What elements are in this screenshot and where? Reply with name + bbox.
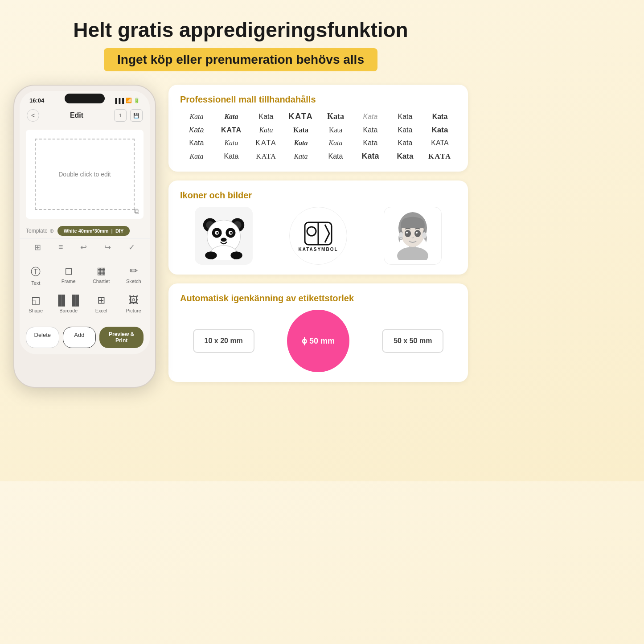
phone-notch	[65, 94, 105, 103]
wifi-icon: 📶	[126, 98, 132, 103]
undo-icon[interactable]: ↩	[80, 242, 87, 252]
font-sample-12: Kata	[284, 125, 317, 135]
font-sample-7: Kata	[389, 112, 422, 122]
kata-symbol-card: KATASYMBOL	[289, 207, 347, 265]
svg-point-26	[422, 232, 427, 238]
phone-status-bar: 16:04 ▐▐▐ 📶 🔋	[20, 91, 150, 106]
svg-point-11	[221, 238, 226, 242]
kata-symbol-svg	[303, 220, 334, 247]
font-sample-31: Kata	[389, 151, 422, 162]
size-label-50x50: 50 x 50 mm	[394, 337, 432, 345]
check-icon[interactable]: ✓	[128, 242, 135, 252]
header: Helt gratis appredigeringsfunktion Inget…	[73, 18, 408, 71]
phone-mockup: 16:04 ▐▐▐ 📶 🔋 < Edit 1 💾	[13, 85, 156, 388]
font-sample-19: KATA	[250, 138, 283, 148]
templates-title: Professionell mall tillhandahålls	[180, 94, 456, 105]
font-sample-21: Kata	[319, 138, 352, 148]
svg-point-9	[217, 232, 218, 234]
svg-point-24	[416, 232, 418, 234]
font-sample-25: Kata	[180, 152, 213, 161]
chartlet-tool-icon: ▦	[97, 265, 106, 277]
font-sample-20: Kata	[284, 138, 317, 148]
tools-grid: Ⓣ Text ◻ Frame ▦ Chartlet ✏ Sketch	[20, 256, 150, 322]
tool-frame[interactable]: ◻ Frame	[52, 261, 85, 290]
signal-icon: ▐▐▐	[114, 98, 124, 103]
font-sample-3: Kata	[250, 112, 283, 122]
size-label-50mm: ϕ 50 mm	[302, 336, 335, 346]
add-button[interactable]: Add	[63, 327, 96, 348]
grid-icon[interactable]: ⊞	[34, 242, 41, 252]
font-sample-27: KATA	[250, 152, 283, 161]
panda-svg	[199, 211, 248, 260]
svg-point-13	[205, 251, 217, 259]
dashed-canvas-box[interactable]: Double click to edit	[35, 139, 135, 210]
delete-button[interactable]: Delete	[26, 327, 59, 348]
template-icon[interactable]: ⊕	[49, 228, 54, 234]
canvas-area[interactable]: Double click to edit ⧉	[26, 130, 144, 219]
tool-text[interactable]: Ⓣ Text	[20, 261, 52, 290]
redo-icon[interactable]: ↪	[104, 242, 111, 252]
sketch-tool-label: Sketch	[126, 279, 141, 284]
svg-point-21	[405, 230, 411, 237]
tool-barcode[interactable]: ▐▌▐▌ Barcode	[52, 290, 85, 318]
font-sample-9: Kata	[180, 125, 213, 135]
shape-tool-icon: ◱	[31, 295, 41, 306]
text-tool-label: Text	[31, 280, 40, 286]
phone-screen: 16:04 ▐▐▐ 📶 🔋 < Edit 1 💾	[20, 91, 150, 354]
font-sample-23: Kata	[389, 138, 422, 148]
save-icon[interactable]: 💾	[130, 109, 143, 122]
frame-tool-label: Frame	[62, 279, 76, 284]
picture-tool-icon: 🖼	[129, 295, 139, 306]
template-diy-badge: DIY	[115, 228, 123, 234]
font-sample-8: Kata	[423, 112, 456, 122]
size-box-10x20: 10 x 20 mm	[193, 329, 254, 353]
size-circle-50mm: ϕ 50 mm	[287, 310, 349, 372]
icons-card: Ikoner och bilder	[168, 180, 468, 275]
font-sample-4: KATA	[284, 111, 317, 122]
font-sample-32: KATA	[423, 152, 456, 161]
font-sample-16: Kata	[423, 125, 456, 135]
tool-shape[interactable]: ◱ Shape	[20, 290, 52, 318]
kata-symbol-logo: KATASYMBOL	[298, 220, 338, 252]
template-label-text: Template	[26, 228, 48, 234]
tool-picture[interactable]: 🖼 Picture	[117, 290, 150, 318]
frame-tool-icon: ◻	[65, 265, 73, 277]
anime-girl-svg	[388, 211, 437, 260]
font-sample-2: Kata	[215, 112, 248, 122]
chartlet-tool-label: Chartlet	[93, 279, 110, 284]
tool-chartlet[interactable]: ▦ Chartlet	[85, 261, 118, 290]
right-panel: Professionell mall tillhandahålls Kata K…	[168, 85, 468, 382]
text-tool-icon: Ⓣ	[31, 265, 41, 279]
barcode-tool-icon: ▐▌▐▌	[55, 295, 82, 306]
svg-point-27	[400, 237, 402, 240]
font-sample-10: KATA	[215, 125, 248, 135]
back-button[interactable]: <	[27, 109, 39, 122]
tool-excel[interactable]: ⊞ Excel	[85, 290, 118, 318]
template-value-badge[interactable]: White 40mm*30mm | DIY	[57, 226, 130, 236]
canvas-hint: Double click to edit	[58, 171, 111, 178]
svg-point-23	[406, 232, 408, 234]
font-sample-28: Kata	[284, 152, 317, 161]
main-content: 16:04 ▐▐▐ 📶 🔋 < Edit 1 💾	[13, 85, 468, 388]
size-box-50x50: 50 x 50 mm	[382, 329, 443, 353]
barcode-tool-label: Barcode	[59, 308, 78, 313]
font-sample-26: Kata	[215, 152, 248, 161]
tool-sketch[interactable]: ✏ Sketch	[117, 261, 150, 290]
align-icon[interactable]: ≡	[58, 242, 63, 252]
font-sample-24: KATA	[423, 138, 456, 148]
copy-icon[interactable]: ⧉	[134, 207, 139, 215]
preview-print-button[interactable]: Preview & Print	[99, 327, 144, 348]
svg-point-10	[230, 232, 232, 234]
svg-point-17	[307, 227, 316, 236]
sizes-title: Automatisk igenkänning av etikettstorlek	[180, 293, 456, 304]
font-sample-30: Kata	[354, 151, 387, 162]
page-count-icon[interactable]: 1	[114, 109, 127, 122]
font-sample-15: Kata	[389, 125, 422, 135]
battery-icon: 🔋	[134, 98, 140, 103]
templates-card: Professionell mall tillhandahålls Kata K…	[168, 85, 468, 172]
font-sample-1: Kata	[180, 112, 213, 122]
font-grid: Kata Kata Kata KATA Kata Kata Kata Kata …	[180, 111, 456, 162]
sketch-tool-icon: ✏	[130, 265, 138, 277]
template-label: Template ⊕	[26, 228, 54, 234]
kata-symbol-label: KATASYMBOL	[298, 247, 338, 252]
